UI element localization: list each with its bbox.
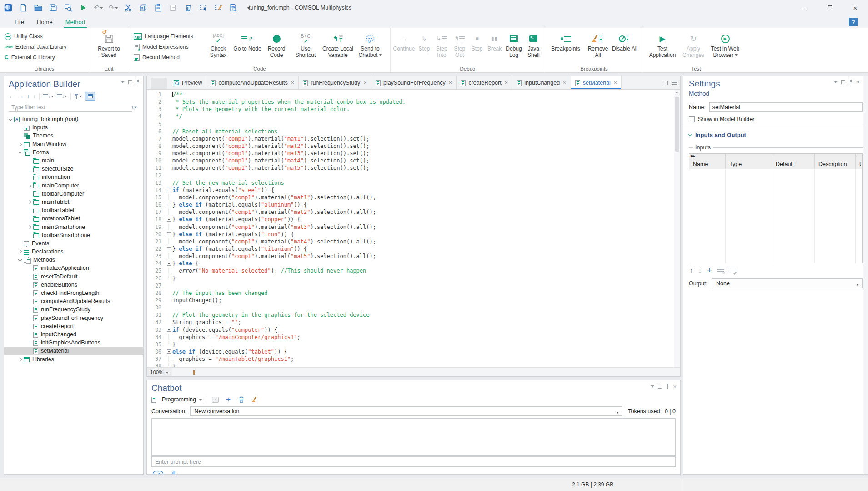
tree-item-toolbarComputer[interactable]: toolbarComputer	[4, 190, 143, 198]
tree-item-setMaterial[interactable]: setMaterial	[4, 347, 143, 355]
close-tab-icon[interactable]: ×	[363, 79, 367, 86]
tree-item-Inputs[interactable]: Inputs	[4, 123, 143, 132]
expand-all-icon[interactable]: ↑	[43, 94, 54, 99]
tree-item-Main Window[interactable]: Main Window	[4, 140, 143, 148]
record-method-button[interactable]: Record Method	[131, 52, 204, 63]
editor-float-icon[interactable]	[664, 81, 668, 85]
move-row-up-icon[interactable]: ↑	[690, 267, 693, 274]
breakpoints-button[interactable]: Breakpoints	[547, 30, 584, 52]
revert-to-saved-button[interactable]: ↺ Revert to Saved	[95, 30, 124, 58]
debug-log-button[interactable]: Debug Log	[503, 30, 524, 58]
move-down-icon[interactable]: ↓	[33, 93, 36, 100]
tree-item-Methods[interactable]: Methods	[4, 256, 143, 264]
chatbot-float-icon[interactable]	[658, 385, 662, 389]
chatbot-pin-icon[interactable]	[666, 384, 669, 389]
settings-close-icon[interactable]: ×	[856, 80, 860, 85]
tree-item-runFrequencyStudy[interactable]: runFrequencyStudy	[4, 305, 143, 314]
inputs-and-output-section[interactable]: Inputs and Output	[689, 132, 863, 138]
tree-item-Events[interactable]: Events	[4, 239, 143, 248]
close-tab-icon[interactable]: ×	[614, 79, 617, 86]
fold-toggle-icon[interactable]	[165, 187, 172, 194]
tree-item-toolbarTablet[interactable]: toolbarTablet	[4, 206, 143, 214]
collapse-caret-icon[interactable]	[16, 152, 24, 153]
tree-item-inputChanged[interactable]: inputChanged	[4, 330, 143, 339]
collapse-caret-icon[interactable]	[7, 118, 14, 120]
expand-caret-icon[interactable]	[26, 226, 33, 228]
editor-zoom-control[interactable]: 100%	[147, 368, 172, 377]
close-tab-icon[interactable]: ×	[449, 79, 452, 86]
tree-item-Forms[interactable]: Forms	[4, 148, 143, 157]
tab-file[interactable]: File	[8, 17, 30, 28]
disable-all-button[interactable]: Disable All	[612, 30, 638, 52]
expand-caret-icon[interactable]	[16, 143, 24, 146]
tree-item-computeAndUpdateResults[interactable]: computeAndUpdateResults	[4, 297, 143, 305]
back-icon[interactable]: ←	[9, 93, 15, 100]
attach-file-icon[interactable]	[169, 470, 178, 475]
undo-icon[interactable]: ↶	[93, 2, 104, 13]
show-in-model-builder-row[interactable]: Show in Model Builder	[689, 116, 863, 122]
chatbot-menu-icon[interactable]	[651, 385, 654, 390]
close-button[interactable]: ×	[843, 0, 868, 15]
tree-item-Declarations[interactable]: Declarations	[4, 248, 143, 256]
chatbot-prompt-input[interactable]	[152, 459, 675, 465]
use-shortcut-button[interactable]: B+C↗ Use Shortcut	[291, 30, 320, 58]
record-code-button[interactable]: Record Code	[262, 30, 291, 58]
tree-item-initializeApplication[interactable]: initializeApplication	[4, 264, 143, 272]
tree-item-enableButtons[interactable]: enableButtons	[4, 281, 143, 289]
expand-caret-icon[interactable]	[26, 184, 33, 187]
tree-item-toolbarSmartphone[interactable]: toolbarSmartphone	[4, 231, 143, 239]
fold-toggle-icon[interactable]	[165, 326, 172, 334]
collapse-caret-icon[interactable]	[16, 259, 24, 261]
show-in-model-builder-checkbox[interactable]	[689, 116, 695, 122]
panel-menu-icon[interactable]	[121, 81, 125, 85]
delete-icon[interactable]	[183, 2, 194, 13]
external-c-library-button[interactable]: C External C Library	[2, 52, 70, 63]
section-collapse-icon[interactable]	[688, 132, 692, 136]
utility-class-button[interactable]: Utility Class	[2, 31, 70, 42]
fold-toggle-icon[interactable]	[165, 245, 172, 253]
tree-item-mainTablet[interactable]: mainTablet	[4, 198, 143, 206]
move-row-down-icon[interactable]: ↓	[698, 267, 702, 274]
new-file-icon[interactable]	[18, 2, 29, 13]
external-java-library-button[interactable]: Java External Java Library	[2, 42, 70, 52]
tree-item-information[interactable]: information	[4, 173, 143, 181]
chatbot-mode-select[interactable]: Programming	[151, 396, 202, 403]
close-tab-icon[interactable]: ×	[505, 79, 508, 86]
editor-tab-playSoundForFrequency[interactable]: playSoundForFrequency×	[371, 76, 457, 89]
tree-item-selectUISize[interactable]: selectUISize	[4, 165, 143, 173]
find-in-document-icon[interactable]	[228, 2, 239, 13]
cut-icon[interactable]	[123, 2, 134, 13]
model-builder-toggle-button[interactable]	[85, 92, 95, 101]
send-prompt-icon[interactable]	[152, 471, 164, 475]
scroll-up-icon[interactable]	[676, 91, 679, 95]
tree-item-createReport[interactable]: createReport	[4, 322, 143, 330]
move-up-icon[interactable]: ↑	[27, 93, 30, 100]
maximize-button[interactable]	[817, 0, 843, 15]
editor-tab-setMaterial[interactable]: setMaterial×	[571, 76, 622, 89]
delete-conversation-icon[interactable]	[237, 395, 246, 404]
remove-all-button[interactable]: Remove All	[584, 30, 612, 58]
settings-menu-icon[interactable]	[834, 81, 838, 85]
editor-vertical-scrollbar[interactable]	[674, 90, 680, 367]
method-name-input[interactable]	[709, 102, 863, 112]
tree-item-Themes[interactable]: Themes	[4, 132, 143, 140]
output-select[interactable]: None	[712, 278, 863, 288]
settings-scrollbar[interactable]	[863, 76, 868, 474]
expand-caret-icon[interactable]	[16, 358, 24, 361]
refresh-icon[interactable]: ⟳	[132, 104, 137, 111]
new-conversation-icon[interactable]: +	[224, 395, 233, 404]
expand-caret-icon[interactable]	[16, 250, 24, 253]
inputs-table[interactable]: ▶▶ NameTypeDefaultDescriptionUnit	[689, 153, 863, 263]
tree-item-mainSmartphone[interactable]: mainSmartphone	[4, 223, 143, 231]
minimize-button[interactable]	[792, 0, 817, 15]
editor-tab-list-icon[interactable]	[672, 81, 677, 85]
code-editor[interactable]: 1/**2 * Sets the material properties whe…	[147, 90, 680, 367]
tree-item-mainComputer[interactable]: mainComputer	[4, 182, 143, 190]
tree-item-checkFindProngLength[interactable]: checkFindProngLength	[4, 289, 143, 297]
check-syntax-button[interactable]: [ABC]✓ Check Syntax	[204, 30, 233, 58]
fold-toggle-icon[interactable]	[165, 216, 172, 223]
java-shell-button[interactable]: Java Shell	[524, 30, 543, 58]
fold-toggle-icon[interactable]	[165, 201, 172, 208]
model-expressions-button[interactable]: a= Model Expressions	[131, 42, 204, 52]
expand-caret-icon[interactable]	[26, 201, 33, 203]
